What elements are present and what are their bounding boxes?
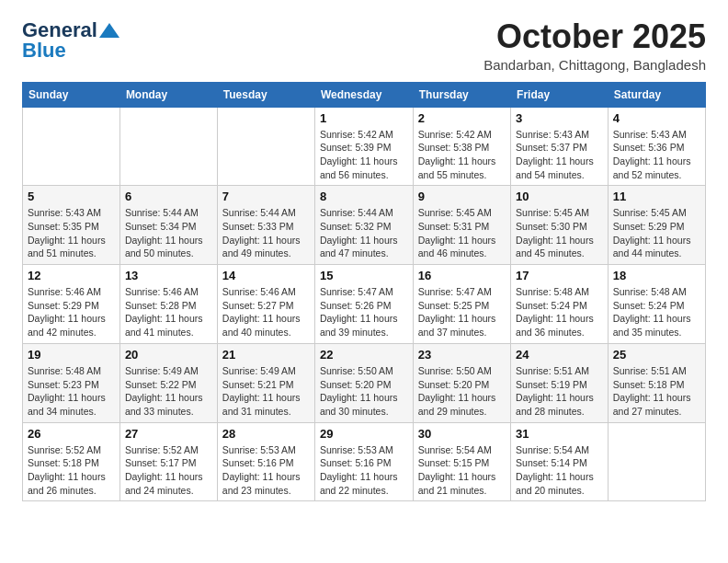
calendar-cell: 16Sunrise: 5:47 AMSunset: 5:25 PMDayligh… [413,265,510,344]
day-number: 25 [613,348,700,362]
day-number: 15 [320,269,408,282]
cell-info: Sunrise: 5:47 AMSunset: 5:25 PMDaylight:… [418,285,506,339]
cell-info: Sunrise: 5:50 AMSunset: 5:20 PMDaylight:… [320,364,408,419]
day-number: 21 [222,348,310,362]
cell-info: Sunrise: 5:46 AMSunset: 5:29 PMDaylight:… [28,285,115,339]
page-header: General Blue October 2025 Bandarban, Chi… [22,18,706,73]
day-number: 16 [418,269,506,282]
day-number: 3 [516,111,603,125]
calendar-cell: 14Sunrise: 5:46 AMSunset: 5:27 PMDayligh… [217,265,314,344]
calendar-week-row: 12Sunrise: 5:46 AMSunset: 5:29 PMDayligh… [23,265,706,344]
calendar-cell: 9Sunrise: 5:45 AMSunset: 5:31 PMDaylight… [413,186,510,265]
calendar-cell: 12Sunrise: 5:46 AMSunset: 5:29 PMDayligh… [23,265,120,344]
calendar-cell: 28Sunrise: 5:53 AMSunset: 5:16 PMDayligh… [217,422,314,501]
day-number: 14 [222,269,310,282]
cell-info: Sunrise: 5:44 AMSunset: 5:32 PMDaylight:… [320,206,408,260]
calendar-cell: 22Sunrise: 5:50 AMSunset: 5:20 PMDayligh… [314,343,413,422]
calendar-cell: 5Sunrise: 5:43 AMSunset: 5:35 PMDaylight… [23,186,120,265]
day-number: 11 [613,190,700,203]
cell-info: Sunrise: 5:44 AMSunset: 5:33 PMDaylight:… [222,206,310,260]
calendar-cell: 29Sunrise: 5:53 AMSunset: 5:16 PMDayligh… [314,422,413,501]
calendar-cell: 23Sunrise: 5:50 AMSunset: 5:20 PMDayligh… [413,343,510,422]
calendar-cell [23,107,120,186]
day-number: 6 [125,190,212,203]
cell-info: Sunrise: 5:46 AMSunset: 5:28 PMDaylight:… [125,285,212,339]
logo-blue: Blue [22,39,66,63]
day-number: 26 [28,427,115,441]
cell-info: Sunrise: 5:50 AMSunset: 5:20 PMDaylight:… [418,364,506,419]
calendar-cell [608,422,705,501]
day-number: 8 [320,190,408,203]
calendar-cell: 11Sunrise: 5:45 AMSunset: 5:29 PMDayligh… [608,186,705,265]
day-number: 27 [125,427,212,441]
calendar-table: SundayMondayTuesdayWednesdayThursdayFrid… [22,82,706,502]
calendar-cell: 27Sunrise: 5:52 AMSunset: 5:17 PMDayligh… [119,422,217,501]
cell-info: Sunrise: 5:52 AMSunset: 5:18 PMDaylight:… [28,443,115,498]
calendar-cell: 21Sunrise: 5:49 AMSunset: 5:21 PMDayligh… [217,343,314,422]
calendar-cell: 17Sunrise: 5:48 AMSunset: 5:24 PMDayligh… [511,265,609,344]
title-area: October 2025 Bandarban, Chittagong, Bang… [483,18,706,73]
day-number: 31 [516,427,603,441]
day-number: 12 [28,269,115,282]
day-number: 9 [418,190,506,203]
cell-info: Sunrise: 5:44 AMSunset: 5:34 PMDaylight:… [125,206,212,260]
cell-info: Sunrise: 5:49 AMSunset: 5:21 PMDaylight:… [222,364,310,419]
weekday-header-row: SundayMondayTuesdayWednesdayThursdayFrid… [23,82,706,107]
calendar-cell: 26Sunrise: 5:52 AMSunset: 5:18 PMDayligh… [23,422,120,501]
calendar-cell: 10Sunrise: 5:45 AMSunset: 5:30 PMDayligh… [511,186,609,265]
cell-info: Sunrise: 5:42 AMSunset: 5:38 PMDaylight:… [418,128,506,182]
calendar-cell: 18Sunrise: 5:48 AMSunset: 5:24 PMDayligh… [608,265,705,344]
calendar-week-row: 1Sunrise: 5:42 AMSunset: 5:39 PMDaylight… [23,107,706,186]
cell-info: Sunrise: 5:52 AMSunset: 5:17 PMDaylight:… [125,443,212,498]
cell-info: Sunrise: 5:46 AMSunset: 5:27 PMDaylight:… [222,285,310,339]
calendar-cell: 15Sunrise: 5:47 AMSunset: 5:26 PMDayligh… [314,265,413,344]
cell-info: Sunrise: 5:54 AMSunset: 5:14 PMDaylight:… [516,443,603,498]
cell-info: Sunrise: 5:45 AMSunset: 5:30 PMDaylight:… [516,206,603,260]
day-number: 30 [418,427,506,441]
weekday-header: Monday [119,82,217,107]
cell-info: Sunrise: 5:49 AMSunset: 5:22 PMDaylight:… [125,364,212,419]
calendar-cell: 4Sunrise: 5:43 AMSunset: 5:36 PMDaylight… [608,107,705,186]
calendar-cell: 13Sunrise: 5:46 AMSunset: 5:28 PMDayligh… [119,265,217,344]
cell-info: Sunrise: 5:54 AMSunset: 5:15 PMDaylight:… [418,443,506,498]
location-title: Bandarban, Chittagong, Bangladesh [483,57,706,73]
calendar-cell [119,107,217,186]
day-number: 2 [418,111,506,125]
cell-info: Sunrise: 5:51 AMSunset: 5:18 PMDaylight:… [613,364,700,419]
cell-info: Sunrise: 5:47 AMSunset: 5:26 PMDaylight:… [320,285,408,339]
logo: General Blue [22,18,119,63]
day-number: 20 [125,348,212,362]
day-number: 17 [516,269,603,282]
day-number: 23 [418,348,506,362]
day-number: 4 [613,111,700,125]
cell-info: Sunrise: 5:43 AMSunset: 5:37 PMDaylight:… [516,128,603,182]
calendar-week-row: 5Sunrise: 5:43 AMSunset: 5:35 PMDaylight… [23,186,706,265]
calendar-cell: 25Sunrise: 5:51 AMSunset: 5:18 PMDayligh… [608,343,705,422]
calendar-cell [217,107,314,186]
svg-marker-0 [99,23,119,38]
calendar-cell: 31Sunrise: 5:54 AMSunset: 5:14 PMDayligh… [511,422,609,501]
calendar-cell: 19Sunrise: 5:48 AMSunset: 5:23 PMDayligh… [23,343,120,422]
weekday-header: Sunday [23,82,120,107]
logo-icon [99,23,119,38]
day-number: 28 [222,427,310,441]
calendar-cell: 24Sunrise: 5:51 AMSunset: 5:19 PMDayligh… [511,343,609,422]
weekday-header: Wednesday [314,82,413,107]
day-number: 19 [28,348,115,362]
weekday-header: Tuesday [217,82,314,107]
cell-info: Sunrise: 5:48 AMSunset: 5:24 PMDaylight:… [516,285,603,339]
day-number: 5 [28,190,115,203]
cell-info: Sunrise: 5:48 AMSunset: 5:23 PMDaylight:… [28,364,115,419]
calendar-cell: 7Sunrise: 5:44 AMSunset: 5:33 PMDaylight… [217,186,314,265]
cell-info: Sunrise: 5:45 AMSunset: 5:31 PMDaylight:… [418,206,506,260]
cell-info: Sunrise: 5:48 AMSunset: 5:24 PMDaylight:… [613,285,700,339]
day-number: 18 [613,269,700,282]
day-number: 1 [320,111,408,125]
calendar-cell: 6Sunrise: 5:44 AMSunset: 5:34 PMDaylight… [119,186,217,265]
weekday-header: Friday [511,82,609,107]
weekday-header: Saturday [608,82,705,107]
day-number: 10 [516,190,603,203]
calendar-cell: 1Sunrise: 5:42 AMSunset: 5:39 PMDaylight… [314,107,413,186]
calendar-cell: 3Sunrise: 5:43 AMSunset: 5:37 PMDaylight… [511,107,609,186]
calendar-week-row: 26Sunrise: 5:52 AMSunset: 5:18 PMDayligh… [23,422,706,501]
